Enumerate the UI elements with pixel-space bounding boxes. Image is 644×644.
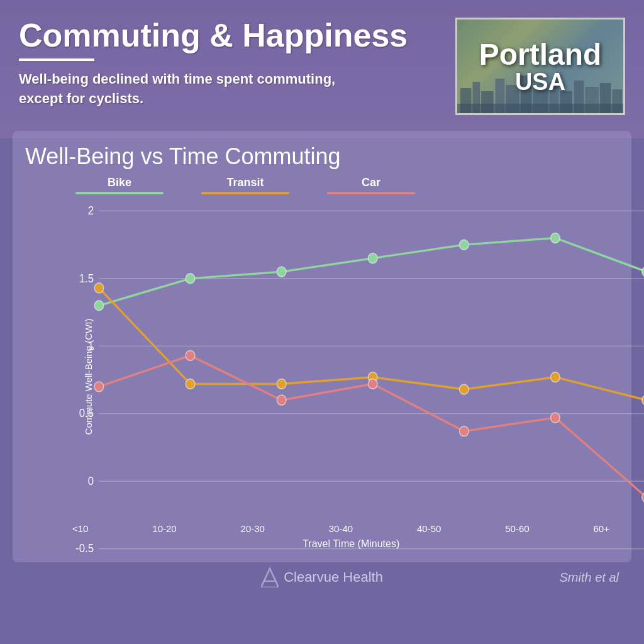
main-title: Commuting & Happiness	[19, 18, 408, 53]
subtitle: Well-being declined with time spent comm…	[19, 70, 371, 109]
legend-transit-line	[201, 192, 289, 194]
svg-point-41	[186, 350, 195, 360]
svg-point-33	[94, 283, 104, 293]
svg-point-34	[186, 379, 195, 389]
x-label-2: 20-30	[241, 523, 265, 534]
clearvue-logo: Clearvue Health	[261, 567, 383, 587]
header-left: Commuting & Happiness Well-being decline…	[19, 18, 408, 109]
portland-city-label: Portland	[479, 40, 602, 70]
chart-title: Well-Being vs Time Commuting	[25, 143, 619, 170]
x-label-5: 50-60	[505, 523, 529, 534]
portland-image-box: Portland USA	[455, 18, 625, 115]
legend-car: Car	[327, 176, 415, 194]
portland-text: Portland USA	[479, 40, 602, 94]
svg-point-43	[368, 379, 377, 389]
chart-svg: 21.510.50-0.5	[66, 204, 644, 556]
svg-text:0: 0	[88, 474, 94, 487]
title-underline	[19, 58, 94, 61]
svg-point-29	[368, 253, 377, 264]
svg-marker-47	[261, 569, 279, 587]
x-axis-labels: <10 10-20 20-30 30-40 40-50 50-60 60+	[66, 523, 616, 534]
svg-point-44	[459, 426, 469, 436]
attribution-text: Smith et al	[560, 570, 619, 585]
legend-car-label: Car	[362, 176, 380, 189]
footer: Clearvue Health Smith et al	[0, 562, 644, 592]
svg-point-30	[459, 240, 469, 250]
legend-transit: Transit	[201, 176, 289, 194]
legend-bike: Bike	[75, 176, 164, 194]
svg-point-35	[277, 379, 286, 389]
x-label-6: 60+	[593, 523, 609, 534]
svg-text:-0.5: -0.5	[75, 542, 94, 555]
svg-text:1.5: 1.5	[79, 272, 94, 285]
clearvue-icon	[261, 567, 279, 587]
svg-point-27	[186, 274, 195, 284]
chart-section: Well-Being vs Time Commuting Bike Transi…	[13, 131, 631, 562]
svg-point-28	[277, 267, 286, 277]
chart-container: Commute Well-Being (CWI) 21.510.50-0.5 <…	[25, 201, 619, 553]
x-label-1: 10-20	[152, 523, 176, 534]
portland-country-label: USA	[479, 70, 602, 94]
svg-text:2: 2	[88, 204, 94, 217]
svg-point-38	[551, 372, 560, 382]
legend-bike-label: Bike	[108, 176, 131, 189]
legend-bike-line	[75, 192, 164, 194]
svg-point-45	[551, 413, 560, 423]
x-label-0: <10	[72, 523, 88, 534]
x-label-4: 40-50	[417, 523, 441, 534]
legend-car-line	[327, 192, 415, 194]
legend-transit-label: Transit	[226, 176, 264, 189]
svg-point-26	[94, 301, 104, 311]
chart-legend: Bike Transit Car	[75, 176, 619, 194]
x-label-3: 30-40	[329, 523, 353, 534]
svg-point-40	[94, 382, 104, 392]
svg-point-42	[277, 395, 286, 405]
svg-text:1: 1	[88, 339, 94, 352]
svg-text:0.5: 0.5	[79, 407, 94, 420]
svg-point-37	[459, 384, 469, 394]
clearvue-text: Clearvue Health	[284, 569, 383, 586]
svg-point-31	[551, 233, 560, 243]
x-axis-title: Travel Time (Minutes)	[303, 538, 399, 550]
